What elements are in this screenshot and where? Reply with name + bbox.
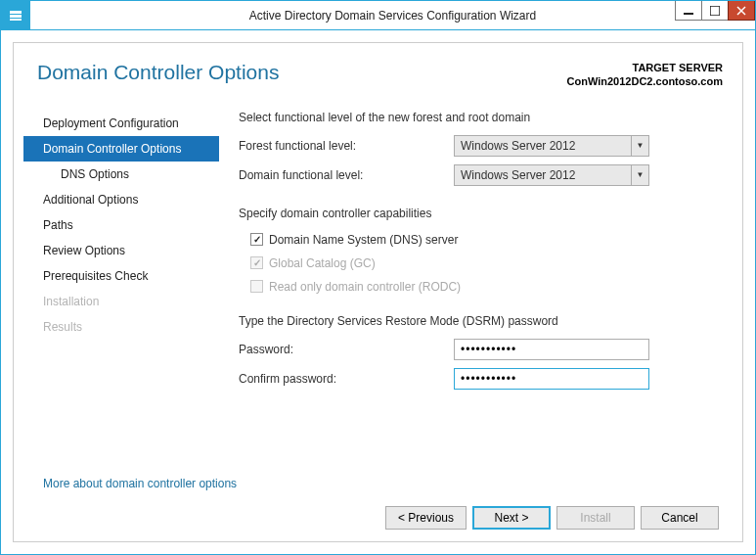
next-button[interactable]: Next > (472, 506, 551, 530)
previous-button[interactable]: < Previous (385, 506, 467, 530)
sidebar-item-installation: Installation (23, 289, 219, 314)
main-panel: Select functional level of the new fores… (219, 109, 723, 449)
target-label: TARGET SERVER (567, 61, 723, 74)
forest-label: Forest functional level: (239, 139, 454, 153)
dns-checkbox-label: Domain Name System (DNS) server (269, 233, 458, 247)
domain-row: Domain functional level: Windows Server … (239, 163, 723, 187)
app-icon (1, 1, 30, 30)
window-title: Active Directory Domain Services Configu… (30, 9, 755, 23)
sidebar-item-dc-options[interactable]: Domain Controller Options (23, 136, 219, 162)
chevron-down-icon: ▼ (631, 165, 648, 185)
forest-level-value: Windows Server 2012 (455, 139, 631, 153)
close-icon (736, 6, 746, 16)
wizard-panel: Domain Controller Options TARGET SERVER … (13, 42, 743, 542)
close-button[interactable] (728, 1, 755, 21)
password-input[interactable] (454, 339, 649, 360)
password-label: Password: (239, 343, 454, 356)
gc-checkbox-row: Global Catalog (GC) (239, 254, 723, 273)
dns-checkbox-row: Domain Name System (DNS) server (239, 230, 723, 250)
dns-checkbox[interactable] (250, 233, 263, 246)
sidebar-item-paths[interactable]: Paths (23, 212, 219, 238)
confirm-password-label: Confirm password: (239, 372, 454, 386)
confirm-password-input[interactable] (454, 368, 649, 390)
domain-label: Domain functional level: (239, 168, 454, 182)
window-controls (676, 1, 755, 23)
titlebar: Active Directory Domain Services Configu… (1, 1, 755, 30)
maximize-button[interactable] (701, 1, 729, 21)
rodc-checkbox-label: Read only domain controller (RODC) (269, 280, 461, 294)
body: Deployment Configuration Domain Controll… (23, 109, 723, 449)
forest-level-select[interactable]: Windows Server 2012 ▼ (454, 135, 649, 157)
svg-rect-3 (710, 6, 720, 16)
functional-level-heading: Select functional level of the new fores… (239, 111, 723, 124)
sidebar-item-deployment[interactable]: Deployment Configuration (23, 111, 219, 136)
target-server-block: TARGET SERVER ConWin2012DC2.contoso.com (567, 61, 723, 89)
dsrm-heading: Type the Directory Services Restore Mode… (239, 314, 723, 328)
capabilities-heading: Specify domain controller capabilities (239, 207, 723, 220)
minimize-button[interactable] (675, 1, 702, 21)
sidebar-item-results: Results (23, 314, 219, 340)
sidebar-item-additional[interactable]: Additional Options (23, 187, 219, 212)
rodc-checkbox-row: Read only domain controller (RODC) (239, 277, 723, 297)
confirm-password-row: Confirm password: (239, 367, 723, 391)
sidebar-item-prereq[interactable]: Prerequisites Check (23, 263, 219, 289)
footer: < Previous Next > Install Cancel (23, 496, 723, 530)
domain-level-value: Windows Server 2012 (455, 168, 631, 182)
password-row: Password: (239, 338, 723, 361)
install-button: Install (556, 506, 635, 530)
rodc-checkbox (250, 280, 263, 293)
gc-checkbox-label: Global Catalog (GC) (269, 256, 376, 270)
target-server: ConWin2012DC2.contoso.com (567, 74, 723, 88)
svg-rect-2 (10, 19, 22, 21)
svg-rect-0 (10, 11, 22, 14)
more-info-link[interactable]: More about domain controller options (23, 449, 723, 496)
domain-level-select[interactable]: Windows Server 2012 ▼ (454, 164, 649, 186)
server-icon (8, 8, 23, 23)
forest-row: Forest functional level: Windows Server … (239, 134, 723, 158)
content: Domain Controller Options TARGET SERVER … (1, 30, 755, 554)
sidebar-item-review[interactable]: Review Options (23, 238, 219, 263)
header: Domain Controller Options TARGET SERVER … (23, 61, 723, 89)
maximize-icon (710, 6, 720, 16)
sidebar: Deployment Configuration Domain Controll… (23, 109, 219, 449)
cancel-button[interactable]: Cancel (641, 506, 719, 530)
svg-rect-1 (10, 15, 22, 18)
gc-checkbox (250, 256, 263, 269)
sidebar-item-dns-options[interactable]: DNS Options (23, 162, 219, 187)
chevron-down-icon: ▼ (631, 136, 648, 156)
page-title: Domain Controller Options (37, 61, 279, 84)
